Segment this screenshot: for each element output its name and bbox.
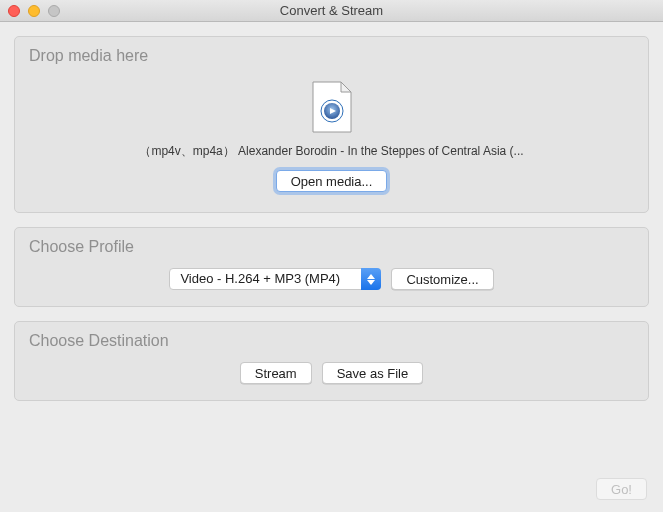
chevron-up-down-icon <box>361 268 381 290</box>
media-file-icon <box>311 81 353 133</box>
window-title: Convert & Stream <box>280 3 383 18</box>
svg-marker-6 <box>367 280 375 285</box>
stream-label: Stream <box>255 366 297 381</box>
go-button: Go! <box>596 478 647 500</box>
destination-row: Stream Save as File <box>29 356 634 386</box>
save-as-file-label: Save as File <box>337 366 409 381</box>
profile-select[interactable]: Video - H.264 + MP3 (MP4) <box>169 268 381 290</box>
zoom-icon <box>48 5 60 17</box>
media-file-name: （mp4v、mp4a） Alexander Borodin - In the S… <box>139 143 523 160</box>
bottom-bar: Go! <box>14 415 649 502</box>
destination-heading: Choose Destination <box>29 332 634 350</box>
titlebar: Convert & Stream <box>0 0 663 22</box>
profile-heading: Choose Profile <box>29 238 634 256</box>
stream-button[interactable]: Stream <box>240 362 312 384</box>
content-area: Drop media here （mp4v、mp <box>0 22 663 512</box>
customize-button[interactable]: Customize... <box>391 268 493 290</box>
go-label: Go! <box>611 482 632 497</box>
profile-group: Choose Profile Video - H.264 + MP3 (MP4)… <box>14 227 649 307</box>
open-media-label: Open media... <box>291 174 373 189</box>
svg-marker-5 <box>367 274 375 279</box>
save-as-file-button[interactable]: Save as File <box>322 362 424 384</box>
open-media-button[interactable]: Open media... <box>276 170 388 192</box>
svg-marker-1 <box>341 82 351 92</box>
destination-group: Choose Destination Stream Save as File <box>14 321 649 401</box>
drop-media-body: （mp4v、mp4a） Alexander Borodin - In the S… <box>29 71 634 198</box>
close-icon[interactable] <box>8 5 20 17</box>
profile-row: Video - H.264 + MP3 (MP4) Customize... <box>29 262 634 292</box>
profile-select-value: Video - H.264 + MP3 (MP4) <box>169 268 381 290</box>
minimize-icon[interactable] <box>28 5 40 17</box>
customize-label: Customize... <box>406 272 478 287</box>
drop-media-heading: Drop media here <box>29 47 634 65</box>
traffic-lights <box>8 5 60 17</box>
drop-media-group[interactable]: Drop media here （mp4v、mp <box>14 36 649 213</box>
